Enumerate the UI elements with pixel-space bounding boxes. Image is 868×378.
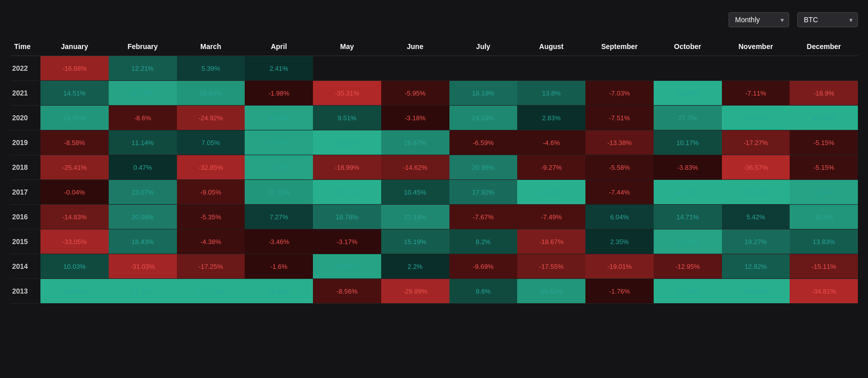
month-cell: 449.35%: [722, 279, 790, 304]
month-cell: 172.76%: [177, 279, 245, 304]
year-cell: 2018: [10, 155, 40, 180]
cell-value: 61.77%: [109, 279, 177, 303]
symbol-select-wrapper[interactable]: BTC ETH LTC: [797, 12, 858, 27]
cell-value: -0.04%: [40, 180, 109, 204]
cell-value: -35.31%: [313, 81, 381, 105]
month-cell: -35.31%: [313, 81, 381, 106]
month-cell: 7.05%: [177, 130, 245, 155]
type-select[interactable]: Monthly Weekly Daily: [728, 12, 789, 27]
month-cell: 34.36%: [245, 130, 313, 155]
cell-value: 50.01%: [245, 279, 313, 303]
cell-value: 8.2%: [449, 229, 518, 254]
month-cell: 39.46%: [313, 254, 381, 279]
cell-value: 27.14%: [381, 205, 449, 229]
month-cell: -14.83%: [40, 205, 109, 229]
month-cell: 2.2%: [381, 254, 449, 279]
month-cell: 18.43%: [109, 229, 177, 254]
cell-value: -3.17%: [313, 229, 381, 254]
month-cell: -14.62%: [381, 155, 449, 180]
month-cell: -3.83%: [654, 155, 722, 180]
month-cell: 33.43%: [245, 155, 313, 180]
month-cell: 14.71%: [654, 205, 722, 229]
cell-value: 5.42%: [722, 205, 790, 229]
month-cell: 10.17%: [654, 130, 722, 155]
cell-value: 53.48%: [722, 180, 790, 204]
month-cell: -7.44%: [585, 180, 654, 205]
cell-value: 34.36%: [245, 130, 313, 155]
year-cell: 2015: [10, 229, 40, 254]
cell-value: -9.69%: [449, 254, 518, 278]
col-header-time: Time: [10, 37, 40, 56]
col-header-june: June: [381, 37, 449, 56]
month-cell: -19.01%: [585, 254, 654, 279]
table-row: 202029.95%-8.6%-24.92%34.26%9.51%-3.18%2…: [10, 106, 858, 130]
month-cell: -8.6%: [109, 106, 177, 130]
cell-value: 23.07%: [109, 180, 177, 204]
month-cell: -0.04%: [40, 180, 109, 205]
cell-value: 9.51%: [313, 106, 381, 130]
month-cell: [449, 56, 518, 81]
cell-value: -32.85%: [177, 155, 245, 179]
cell-value: -13.38%: [585, 130, 654, 155]
month-cell: 2.41%: [245, 56, 313, 81]
cell-value: -5.58%: [585, 155, 654, 179]
month-cell: 34.26%: [245, 106, 313, 130]
table-row: 2018-25.41%0.47%-32.85%33.43%-18.99%-14.…: [10, 155, 858, 180]
month-cell: 26.67%: [381, 130, 449, 155]
cell-value: -6.59%: [449, 130, 518, 155]
cell-value: 27.7%: [654, 106, 722, 130]
cell-value: 9.6%: [449, 279, 518, 303]
cell-value: 17.92%: [449, 180, 518, 204]
month-cell: 9.6%: [449, 279, 518, 304]
cell-value: [381, 56, 449, 80]
month-cell: 12.21%: [109, 56, 177, 81]
type-control: Monthly Weekly Daily: [728, 10, 789, 27]
cell-value: 52.38%: [313, 130, 381, 155]
cell-value: 24.03%: [449, 106, 518, 130]
month-cell: 20.08%: [109, 205, 177, 229]
month-cell: -7.51%: [585, 106, 654, 130]
cell-value: 44.05%: [40, 279, 109, 303]
month-cell: -17.55%: [517, 254, 585, 279]
table-row: 202114.51%36.78%29.84%-1.98%-35.31%-5.95…: [10, 81, 858, 106]
cell-value: 29.84%: [177, 81, 245, 105]
type-select-wrapper[interactable]: Monthly Weekly Daily: [728, 12, 789, 27]
month-cell: -5.35%: [177, 205, 245, 229]
col-header-february: February: [109, 37, 177, 56]
cell-value: -25.41%: [40, 155, 109, 179]
cell-value: -18.67%: [517, 229, 585, 254]
month-cell: 19.27%: [722, 229, 790, 254]
table-row: 2015-33.05%18.43%-4.38%-3.46%-3.17%15.19…: [10, 229, 858, 254]
cell-value: 19.27%: [722, 229, 790, 254]
month-cell: 14.51%: [40, 81, 109, 106]
cell-value: 47.81%: [654, 180, 722, 204]
cell-value: 36.78%: [109, 81, 177, 105]
cell-value: -9.27%: [517, 155, 585, 179]
month-cell: 17.92%: [449, 180, 518, 205]
month-cell: -33.05%: [40, 229, 109, 254]
month-cell: 38.89%: [790, 180, 858, 205]
month-cell: 50.01%: [245, 279, 313, 304]
month-cell: 13.8%: [517, 81, 585, 106]
month-cell: -5.15%: [790, 155, 858, 180]
cell-value: -17.27%: [722, 130, 790, 155]
month-cell: 9.51%: [313, 106, 381, 130]
month-cell: 47.81%: [654, 180, 722, 205]
cell-value: 38.89%: [790, 180, 858, 204]
month-cell: 8.2%: [449, 229, 518, 254]
month-cell: 30.8%: [790, 205, 858, 229]
cell-value: [790, 56, 858, 80]
cell-value: 449.35%: [722, 279, 790, 303]
month-cell: -16.68%: [40, 56, 109, 81]
cell-value: -31.03%: [109, 254, 177, 278]
cell-value: -5.35%: [177, 205, 245, 229]
col-header-january: January: [40, 37, 109, 56]
symbol-select[interactable]: BTC ETH LTC: [797, 12, 858, 27]
month-cell: -4.38%: [177, 229, 245, 254]
month-cell: -1.98%: [245, 81, 313, 106]
cell-value: -9.05%: [177, 180, 245, 204]
col-header-march: March: [177, 37, 245, 56]
cell-value: 2.2%: [381, 254, 449, 278]
month-cell: -9.27%: [517, 155, 585, 180]
month-cell: -7.67%: [449, 205, 518, 229]
